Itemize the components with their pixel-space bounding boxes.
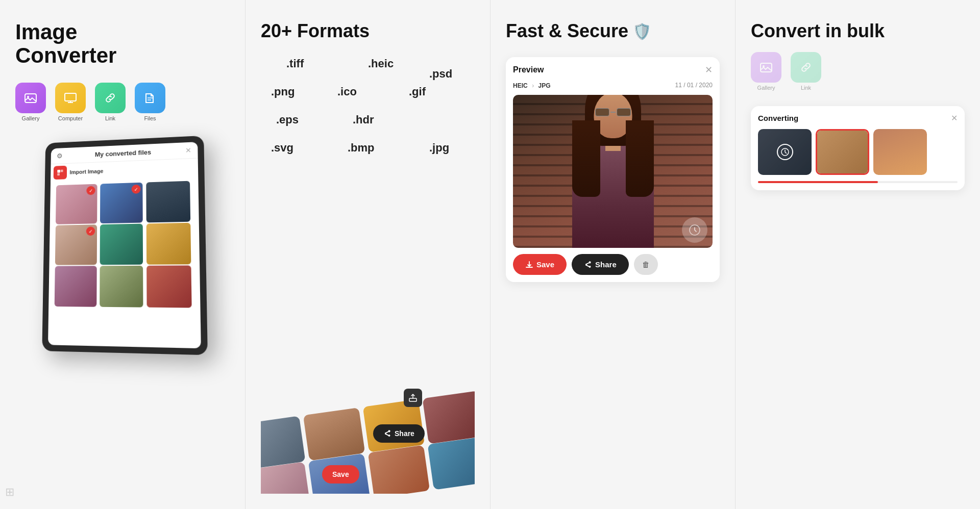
format-from: HEIC	[513, 82, 528, 89]
photo-thumb-4[interactable]: ✓	[55, 225, 97, 265]
preview-circle-icon	[682, 217, 707, 243]
format-hdr: .hdr	[353, 113, 374, 126]
files-source[interactable]: Files	[135, 83, 165, 121]
converting-overlay-1	[758, 129, 812, 175]
gallery-icon[interactable]	[15, 83, 46, 113]
computer-icon[interactable]	[55, 83, 86, 113]
upload-icon[interactable]	[404, 389, 422, 407]
photo-thumb-2[interactable]: ✓	[100, 183, 143, 223]
preview-card-header: Preview ✕	[513, 64, 713, 75]
converting-thumbnails	[758, 129, 958, 175]
photo-thumb-8[interactable]	[100, 266, 143, 308]
share-action-button[interactable]: Share	[572, 254, 629, 275]
photo-thumb-9[interactable]	[146, 266, 191, 308]
shield-icon: 🛡️	[632, 22, 651, 40]
photo-thumb-6[interactable]	[146, 223, 191, 265]
bulk-gallery-icon[interactable]	[751, 52, 781, 83]
format-tiff: .tiff	[286, 57, 304, 70]
save-action-button[interactable]: Save	[513, 254, 567, 275]
preview-card: Preview ✕ HEIC › JPG 11 / 01 / 2020	[506, 57, 720, 282]
format-jpg: .jpg	[429, 141, 449, 155]
clock-icon	[777, 144, 793, 160]
converting-close-button[interactable]: ✕	[951, 113, 958, 123]
formats-area: .tiff .heic .png .ico .gif .eps .hdr .ps…	[261, 52, 475, 494]
svg-rect-8	[761, 63, 772, 72]
preview-title: Preview	[513, 65, 544, 74]
format-conversion: HEIC › JPG	[513, 81, 551, 90]
converting-card-header: Converting ✕	[758, 113, 958, 123]
converting-title: Converting	[758, 114, 798, 122]
progress-bar-fill	[758, 181, 878, 183]
photo-grid: ✓ ✓ ✓	[52, 178, 197, 312]
svg-rect-2	[65, 93, 76, 101]
svg-rect-6	[409, 398, 416, 401]
photo-thumb-1[interactable]: ✓	[56, 184, 97, 224]
bulk-gallery-label: Gallery	[757, 85, 775, 91]
link-icon[interactable]	[95, 83, 126, 113]
converting-card: Converting ✕	[751, 106, 965, 190]
gear-button[interactable]: ⚙	[57, 152, 63, 160]
photo-thumb-3[interactable]	[146, 181, 190, 223]
bulk-gallery-source[interactable]: Gallery	[751, 52, 781, 91]
files-icon[interactable]	[135, 83, 165, 113]
format-ico: .ico	[337, 85, 357, 98]
bottom-logo: ⊞	[5, 486, 14, 499]
converting-thumb-2	[816, 129, 869, 175]
format-bmp: .bmp	[348, 141, 375, 155]
panel-fast-secure: Fast & Secure 🛡️ Preview ✕ HEIC › JPG 11…	[490, 0, 735, 509]
svg-rect-4	[61, 170, 63, 172]
converting-thumb-1	[758, 129, 812, 175]
panel-bulk-convert: Convert in bulk Gallery Link	[735, 0, 980, 509]
svg-rect-0	[25, 94, 36, 103]
computer-label: Computer	[58, 115, 83, 121]
format-svg: .svg	[271, 141, 293, 155]
link-label: Link	[105, 115, 115, 121]
save-button-p2[interactable]: Save	[322, 465, 359, 483]
svg-rect-5	[57, 173, 60, 176]
delete-action-button[interactable]: 🗑	[634, 254, 658, 275]
format-heic: .heic	[368, 57, 394, 70]
photo-thumb-5[interactable]	[100, 224, 143, 265]
computer-source[interactable]: Computer	[55, 83, 86, 121]
format-gif: .gif	[409, 85, 426, 98]
source-icons-row: Gallery Computer Link	[15, 83, 230, 121]
panel-3-title: Fast & Secure 🛡️	[506, 20, 720, 42]
format-arrow: ›	[532, 82, 534, 89]
preview-date: 11 / 01 / 2020	[675, 82, 713, 89]
panel-1-title: Image Converter	[15, 20, 230, 67]
bulk-link-label: Link	[801, 85, 811, 91]
format-png: .png	[271, 85, 295, 98]
format-to: JPG	[538, 82, 551, 89]
phone-mockup: ⚙ My converted files ✕ Import Image ✓	[42, 136, 208, 355]
panel-4-title: Convert in bulk	[751, 20, 965, 42]
progress-bar	[758, 181, 958, 183]
bulk-icons-row: Gallery Link	[751, 52, 965, 91]
preview-meta: HEIC › JPG 11 / 01 / 2020	[513, 81, 713, 90]
svg-rect-3	[57, 170, 60, 173]
converting-thumb-3	[873, 129, 927, 175]
bulk-link-source[interactable]: Link	[791, 52, 821, 91]
panel-formats: 20+ Formats .tiff .heic .png .ico .gif .…	[245, 0, 490, 509]
panel-image-converter: Image Converter Gallery Computer	[0, 0, 245, 509]
gallery-label: Gallery	[22, 115, 40, 121]
link-source[interactable]: Link	[95, 83, 126, 121]
photo-collage: Share Save	[261, 279, 475, 494]
bulk-link-icon[interactable]	[791, 52, 821, 83]
preview-close-button[interactable]: ✕	[705, 64, 713, 75]
photo-thumb-7[interactable]	[55, 266, 97, 307]
files-label: Files	[144, 115, 156, 121]
format-psd: .psd	[429, 67, 452, 81]
format-eps: .eps	[276, 113, 299, 126]
preview-actions: Save Share 🗑	[513, 254, 713, 275]
preview-image	[513, 95, 713, 248]
phone-title: My converted files	[95, 148, 151, 158]
panel-2-title: 20+ Formats	[261, 20, 475, 42]
gallery-source[interactable]: Gallery	[15, 83, 46, 121]
share-button[interactable]: Share	[373, 424, 425, 443]
phone-close[interactable]: ✕	[185, 146, 191, 155]
